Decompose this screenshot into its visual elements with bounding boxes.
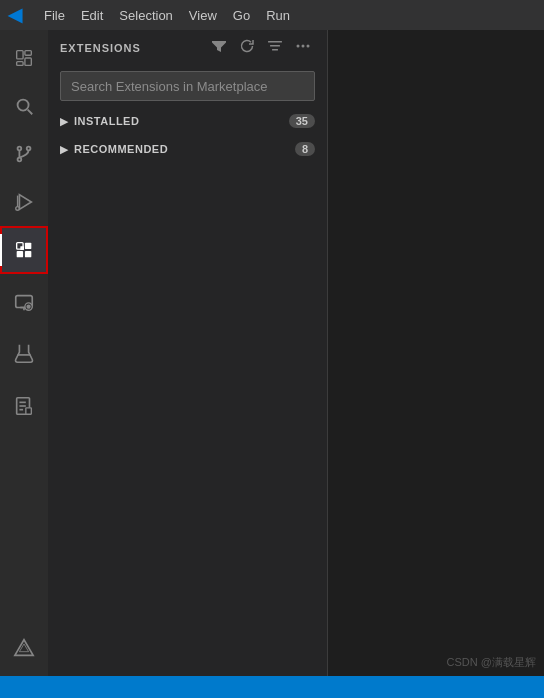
more-icon[interactable] <box>291 36 315 59</box>
extensions-icon[interactable] <box>0 226 48 274</box>
svg-marker-29 <box>15 640 33 656</box>
installed-chevron: ▶ <box>60 115 68 128</box>
svg-rect-33 <box>272 49 278 51</box>
notes-icon[interactable] <box>0 382 48 430</box>
main-area: EXTENSIONS <box>0 30 544 676</box>
search-box-wrapper: Search Extensions in Marketplace <box>48 65 327 107</box>
refresh-icon[interactable] <box>235 36 259 59</box>
explorer-icon[interactable] <box>0 34 48 82</box>
activity-bar <box>0 30 48 676</box>
sidebar-title: EXTENSIONS <box>60 42 141 54</box>
svg-point-7 <box>18 147 22 151</box>
source-control-icon[interactable] <box>0 130 48 178</box>
svg-marker-10 <box>19 195 31 210</box>
azure-icon[interactable] <box>0 624 48 672</box>
svg-point-36 <box>307 45 310 48</box>
svg-point-11 <box>16 207 20 211</box>
sidebar-actions <box>207 36 315 59</box>
menu-go[interactable]: Go <box>227 6 256 25</box>
testing-icon[interactable] <box>0 330 48 378</box>
extensions-sidebar: EXTENSIONS <box>48 30 328 676</box>
svg-point-35 <box>302 45 305 48</box>
recommended-section[interactable]: ▶ RECOMMENDED 8 <box>48 135 327 163</box>
recommended-badge: 8 <box>295 142 315 156</box>
search-icon[interactable] <box>0 82 48 130</box>
sidebar-header: EXTENSIONS <box>48 30 327 65</box>
svg-rect-32 <box>270 45 280 47</box>
svg-line-5 <box>28 110 33 115</box>
recommended-chevron: ▶ <box>60 143 68 156</box>
svg-rect-2 <box>25 58 31 65</box>
recommended-label: RECOMMENDED <box>74 143 295 155</box>
menu-selection[interactable]: Selection <box>113 6 178 25</box>
menu-file[interactable]: File <box>38 6 71 25</box>
search-box[interactable]: Search Extensions in Marketplace <box>60 71 315 101</box>
search-placeholder: Search Extensions in Marketplace <box>71 79 268 94</box>
bottom-bar <box>0 676 544 698</box>
svg-rect-13 <box>17 251 23 257</box>
installed-badge: 35 <box>289 114 315 128</box>
svg-rect-14 <box>25 251 31 257</box>
title-bar: ◀ File Edit Selection View Go Run <box>0 0 544 30</box>
svg-point-8 <box>27 147 31 151</box>
sort-icon[interactable] <box>263 36 287 59</box>
svg-rect-1 <box>25 51 31 56</box>
menu-view[interactable]: View <box>183 6 223 25</box>
svg-point-4 <box>18 100 29 111</box>
content-area <box>328 30 544 676</box>
menu-edit[interactable]: Edit <box>75 6 109 25</box>
svg-point-22 <box>27 305 30 308</box>
title-bar-menu: File Edit Selection View Go Run <box>38 6 296 25</box>
menu-run[interactable]: Run <box>260 6 296 25</box>
remote-explorer-icon[interactable] <box>0 278 48 326</box>
run-debug-icon[interactable] <box>0 178 48 226</box>
svg-rect-31 <box>268 41 282 43</box>
filter-icon[interactable] <box>207 36 231 59</box>
svg-rect-28 <box>26 408 32 414</box>
svg-rect-17 <box>20 246 24 250</box>
svg-rect-3 <box>17 62 23 66</box>
installed-label: INSTALLED <box>74 115 289 127</box>
svg-rect-0 <box>17 51 23 59</box>
vscode-logo: ◀ <box>8 4 22 26</box>
svg-rect-15 <box>25 243 31 249</box>
svg-point-34 <box>297 45 300 48</box>
installed-section[interactable]: ▶ INSTALLED 35 <box>48 107 327 135</box>
watermark: CSDN @满载星辉 <box>447 655 536 670</box>
